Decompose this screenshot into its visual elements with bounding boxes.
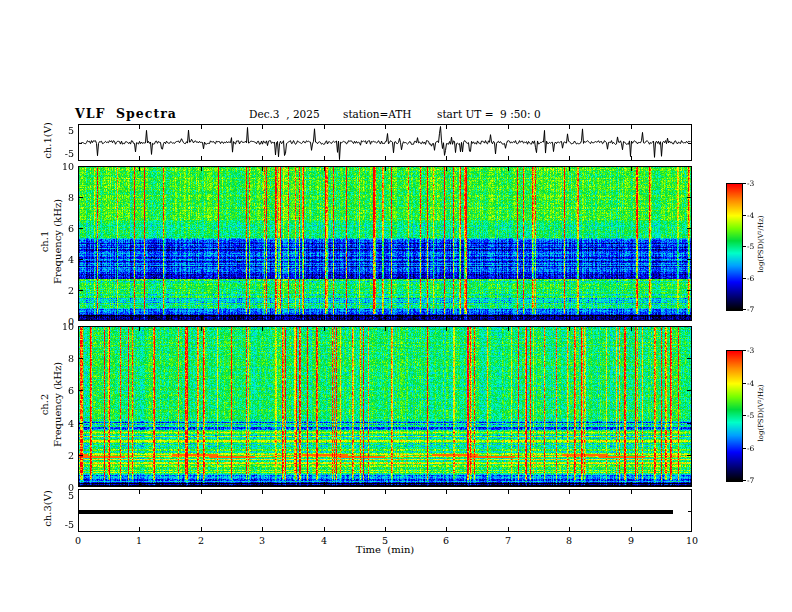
tick-mark [687,259,691,260]
tick-label: 2 [52,285,74,296]
tick-mark [687,423,691,424]
tick-mark [79,259,83,260]
tick-label: 4 [52,418,74,429]
tick-mark [446,527,447,531]
tick-label: -5 [56,519,74,530]
tick-mark [688,511,691,512]
tick-mark [324,125,325,129]
tick-label: -5 [747,242,765,251]
tick-mark [79,390,83,391]
date-label: Dec.3 , 2025 [249,108,320,120]
tick-mark [139,125,140,129]
tick-mark [79,228,83,229]
tick-label: 2 [52,450,74,461]
tick-label: -5 [747,411,765,420]
tick-label: 6 [438,535,454,546]
tick-mark [262,125,263,129]
tick-mark [508,527,509,531]
tick-mark [631,167,632,171]
tick-mark [324,482,325,486]
tick-mark [743,309,746,310]
ch1-spectrogram-canvas [79,167,691,320]
ch1-spectrogram-panel [78,166,692,321]
tick-mark [569,167,570,171]
tick-mark [687,197,691,198]
tick-label: -7 [747,305,765,314]
tick-mark [743,383,746,384]
tick-mark [262,482,263,486]
tick-mark [201,490,202,494]
tick-mark [508,125,509,129]
tick-label: 5 [56,490,74,501]
tick-mark [508,482,509,486]
tick-mark [385,527,386,531]
tick-label: 2 [193,535,209,546]
tick-mark [139,156,140,160]
tick-mark [569,482,570,486]
tick-mark [743,246,746,247]
tick-mark [687,455,691,456]
tick-mark [743,183,746,184]
tick-mark [743,480,746,481]
tick-label: -3 [747,179,765,188]
tick-mark [508,156,509,160]
tick-label: 6 [52,385,74,396]
tick-mark [79,511,82,512]
tick-mark [262,527,263,531]
tick-label: 7 [500,535,516,546]
tick-mark [262,156,263,160]
ch1-spec-channel-label: ch.1 [39,202,50,282]
tick-label: 0 [70,535,86,546]
tick-mark [446,156,447,160]
tick-mark [508,327,509,331]
tick-mark [446,490,447,494]
tick-mark [324,167,325,171]
tick-label: -4 [747,211,765,220]
tick-label: -4 [747,379,765,388]
colorbar-ch1-canvas [727,184,742,310]
tick-mark [201,167,202,171]
tick-mark [324,327,325,331]
tick-mark [631,156,632,160]
figure-title: VLF Spectra [75,106,177,121]
tick-mark [79,358,83,359]
tick-label: -5 [56,148,74,159]
tick-mark [743,415,746,416]
tick-mark [139,327,140,331]
tick-mark [385,156,386,160]
tick-mark [631,327,632,331]
tick-mark [324,156,325,160]
tick-mark [743,278,746,279]
tick-mark [262,316,263,320]
tick-mark [79,290,83,291]
tick-label: 9 [623,535,639,546]
ch1-voltage-axis-label: ch.1(V) [42,101,53,181]
tick-mark [79,455,83,456]
tick-mark [569,316,570,320]
ch1-waveform-canvas [79,125,691,160]
colorbar-ch1 [726,183,743,311]
tick-mark [687,290,691,291]
tick-label: 4 [316,535,332,546]
tick-mark [139,316,140,320]
tick-mark [201,482,202,486]
tick-mark [446,167,447,171]
tick-label: 5 [56,125,74,136]
tick-label: 1 [131,535,147,546]
tick-mark [262,327,263,331]
ch3-waveform-panel [78,489,692,532]
tick-mark [324,316,325,320]
colorbar-ch2 [726,350,743,482]
tick-label: 10 [684,535,700,546]
tick-label: 8 [52,192,74,203]
tick-mark [688,143,691,144]
tick-mark [743,350,746,351]
tick-mark [324,490,325,494]
tick-mark [446,482,447,486]
start-time-label: start UT = 9 :50: 0 [437,108,541,120]
tick-mark [385,125,386,129]
tick-mark [687,358,691,359]
tick-mark [508,167,509,171]
tick-mark [385,167,386,171]
tick-mark [687,228,691,229]
